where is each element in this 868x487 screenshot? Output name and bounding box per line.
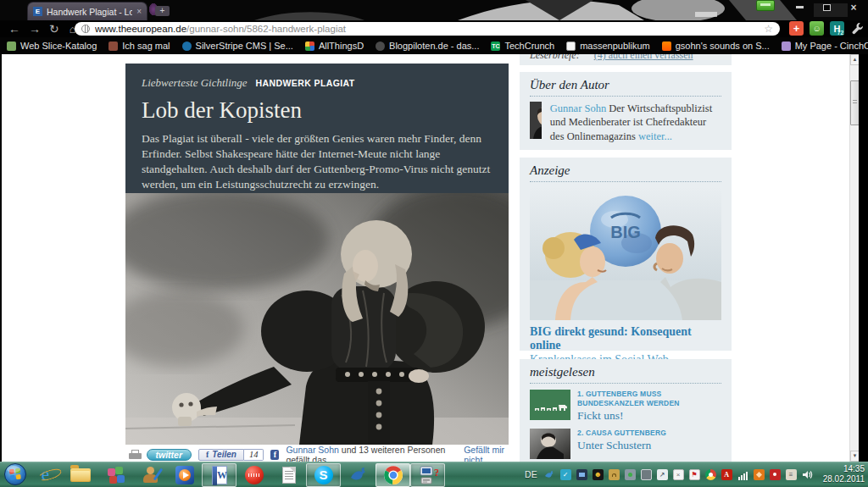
start-button[interactable] [3,462,28,486]
tray-pc-icon[interactable] [576,469,587,480]
bookmark-label: TechCrunch [504,41,554,51]
bookmark-massenpublikum[interactable]: massenpublikum [566,41,650,51]
tray-window-update-icon[interactable]: ↗ [657,469,668,480]
twitter-share-button[interactable]: twitter [147,449,192,461]
taskbar-cubes-app[interactable] [97,463,132,487]
url-host: www.theeuropean.de [95,24,186,34]
like-user-link[interactable]: Gunnar Sohn [286,445,338,455]
taskbar-user-paint-app[interactable] [132,463,167,487]
ad-image[interactable]: BIG [530,187,721,320]
mostread-title[interactable]: Fickt uns! [577,409,721,423]
article-lede: Das Plagiat ist überall - viele der größ… [142,131,492,192]
close-icon: × [850,3,856,13]
tray-speaker-icon[interactable] [802,469,813,480]
tray-signal-bars-icon[interactable] [737,469,748,480]
scroll-down-button[interactable]: ▼ [850,451,859,462]
taskbar-notepad[interactable] [271,463,306,487]
taskbar-explorer[interactable] [63,463,97,487]
bookmark-silverstripe[interactable]: SilverStripe CMS | Se... [182,41,293,51]
back-button[interactable]: ← [8,23,20,35]
taskbar-internet-explorer[interactable]: e [28,463,63,487]
notepad-icon [282,467,296,484]
ad-box: Anzeige BIG [520,158,732,351]
bookmark-blogpiloten[interactable]: Blogpiloten.de - das... [376,41,479,51]
ad-title-link[interactable]: BIG direkt gesund: Konsequent online [530,325,721,352]
author-heading: Über den Autor [530,78,721,97]
minimize-button[interactable] [790,2,809,13]
scrollbar-thumb[interactable] [850,80,859,125]
browser-toolbar: ← → ↻ ⌂ www.theeuropean.de/gunnar-sohn/5… [0,20,868,37]
taskbar-twitter-client[interactable] [341,463,376,487]
leserbriefe-link[interactable]: (4) auch einen verfassen [594,54,693,61]
globe-icon [81,25,90,33]
kicker-series[interactable]: Liebwerteste Gichtlinge [142,76,248,90]
taskbar-media-player[interactable] [167,463,202,487]
taskbar-clock[interactable]: 14:35 28.02.2011 [823,464,865,485]
tray-box-close-icon[interactable]: × [673,469,684,480]
browser-tab[interactable]: E Handwerk Plagiat - Lob d... × [27,2,147,20]
bookmark-allthingsd[interactable]: AllThingsD [305,41,364,51]
bookmark-web-slice-katalog[interactable]: Web Slice-Katalog [7,41,97,51]
bookmark-label: Web Slice-Katalog [20,41,97,51]
bookmark-cinchcast[interactable]: My Page - CinchCast [782,41,868,51]
author-box: Über den Autor Gunnar Sohn Der Wirtschaf… [520,72,732,150]
author-more-link[interactable]: weiter... [638,130,672,142]
taskbar-word[interactable]: W [202,463,236,487]
tray-widget-icon[interactable] [756,0,775,11]
page-scrollbar[interactable]: ▲ ▼ [849,54,859,462]
taskbar-skype[interactable]: S [306,463,341,487]
bookmark-label: gsohn's sounds on S... [676,41,770,51]
tray-chrome-icon[interactable] [705,469,716,480]
tray-dropbox-icon[interactable]: ✓ [560,469,571,480]
close-button[interactable]: × [844,2,863,13]
tray-clipboard-icon[interactable]: ≡ [786,469,797,480]
taskbar-remote-help[interactable]: ? [410,463,445,487]
kicker-topic[interactable]: HANDWERK PLAGIAT [256,78,355,88]
print-icon[interactable] [129,450,140,459]
cubes-icon [105,465,125,485]
article-photo [125,193,509,445]
new-tab-button[interactable]: + [155,6,170,16]
language-indicator[interactable]: DE [525,469,537,479]
extension-add-icon[interactable]: + [789,21,804,36]
tray-usb-icon[interactable] [625,469,636,480]
bookmark-ich-sag-mal[interactable]: Ich sag mal [108,41,170,51]
extension-green-icon[interactable]: ☺ [810,21,824,36]
bookmark-star-icon[interactable]: ☆ [764,23,773,35]
extension-h-sub: 72 [837,30,843,36]
bookmark-favicon [7,42,16,51]
tray-display-icon[interactable] [641,469,652,480]
reload-button[interactable]: ↻ [49,23,59,35]
mostread-rank: 1. [577,390,584,398]
unlike-link[interactable]: Gefällt mir nicht [464,445,515,462]
tray-bird-icon[interactable] [544,469,555,480]
tray-recorder-icon[interactable] [770,469,781,480]
extension-h72-icon[interactable]: H72 [830,21,844,36]
facebook-share-button[interactable]: fTeilen 14 [198,449,264,461]
mostread-title[interactable]: Unter Schustern [577,439,666,452]
url-text[interactable]: www.theeuropean.de/gunnar-sohn/5862-hand… [95,24,759,34]
remote-desktop-icon: ? [418,465,438,485]
taskbar-audacity[interactable] [236,463,271,487]
tray-messenger-icon[interactable]: ☻ [593,469,604,480]
bookmark-techcrunch[interactable]: TCTechCrunch [491,41,554,51]
bookmark-label: Blogpiloten.de - das... [389,41,479,51]
forward-button[interactable]: → [29,23,41,35]
mostread-rank: 2. [577,429,584,437]
tray-adobe-pdf-icon[interactable]: A [721,469,732,480]
bookmark-gsohn-sounds[interactable]: gsohn's sounds on S... [662,41,770,51]
tray-orange-app-icon[interactable] [754,469,765,480]
tab-close-icon[interactable]: × [136,8,142,16]
mostread-item-2[interactable]: 2. CAUSA GUTTENBERG Unter Schustern [530,429,721,459]
author-name-link[interactable]: Gunnar Sohn [550,102,606,114]
mostread-item-1[interactable]: 1. GUTTENBERG MUSS BUNDESKANZLER WERDEN … [530,390,721,423]
tray-action-center-flag-icon[interactable]: ⚑ [689,469,700,480]
leserbriefe-label: Leserbriefe: [530,54,580,61]
restore-button[interactable] [817,2,836,13]
wrench-menu-icon[interactable] [850,21,865,36]
bookmark-label: My Page - CinchCast [795,41,868,51]
scroll-up-button[interactable]: ▲ [850,54,859,65]
address-bar[interactable]: www.theeuropean.de/gunnar-sohn/5862-hand… [75,22,780,36]
taskbar-chrome[interactable] [376,463,410,487]
tray-lock-icon[interactable] [609,469,620,480]
